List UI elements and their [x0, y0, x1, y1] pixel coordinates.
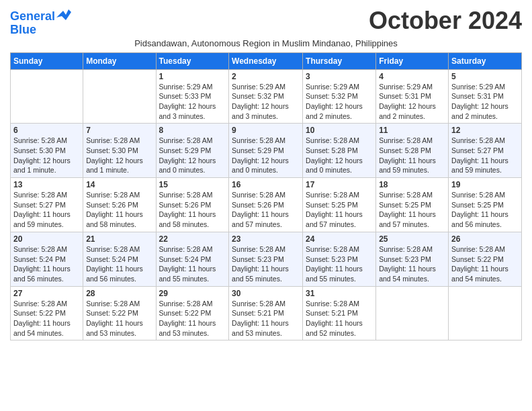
day-number: 31: [306, 289, 373, 298]
calendar-header-friday: Friday: [376, 52, 449, 69]
calendar-cell: 15Sunrise: 5:28 AM Sunset: 5:26 PM Dayli…: [156, 178, 229, 232]
day-number: 3: [306, 72, 373, 81]
day-number: 2: [232, 72, 300, 81]
day-number: 9: [232, 126, 300, 135]
day-info: Sunrise: 5:28 AM Sunset: 5:25 PM Dayligh…: [379, 190, 445, 230]
day-info: Sunrise: 5:28 AM Sunset: 5:29 PM Dayligh…: [232, 136, 300, 175]
day-number: 24: [306, 234, 373, 244]
calendar-cell: [449, 286, 522, 340]
day-number: 8: [159, 126, 226, 135]
calendar-cell: [83, 69, 156, 124]
day-number: 10: [306, 126, 373, 135]
logo-general: General: [10, 9, 55, 23]
calendar-cell: 30Sunrise: 5:28 AM Sunset: 5:21 PM Dayli…: [229, 286, 303, 340]
calendar-cell: 6Sunrise: 5:28 AM Sunset: 5:30 PM Daylig…: [11, 124, 83, 178]
calendar-cell: 8Sunrise: 5:28 AM Sunset: 5:29 PM Daylig…: [156, 124, 229, 178]
logo: General Blue: [10, 9, 71, 37]
day-number: 7: [86, 126, 152, 135]
day-info: Sunrise: 5:29 AM Sunset: 5:31 PM Dayligh…: [451, 82, 519, 122]
calendar-cell: 16Sunrise: 5:28 AM Sunset: 5:26 PM Dayli…: [229, 178, 303, 232]
day-number: 28: [86, 289, 152, 298]
day-number: 26: [451, 234, 519, 244]
day-info: Sunrise: 5:28 AM Sunset: 5:30 PM Dayligh…: [13, 136, 80, 175]
day-info: Sunrise: 5:29 AM Sunset: 5:33 PM Dayligh…: [159, 82, 226, 122]
day-info: Sunrise: 5:28 AM Sunset: 5:22 PM Dayligh…: [159, 299, 226, 338]
calendar-cell: [376, 286, 449, 340]
day-number: 6: [13, 126, 80, 135]
calendar-cell: 19Sunrise: 5:28 AM Sunset: 5:25 PM Dayli…: [449, 178, 522, 232]
calendar-cell: 26Sunrise: 5:28 AM Sunset: 5:22 PM Dayli…: [449, 232, 522, 286]
day-info: Sunrise: 5:28 AM Sunset: 5:21 PM Dayligh…: [306, 299, 373, 338]
day-number: 17: [306, 180, 373, 189]
calendar-cell: 1Sunrise: 5:29 AM Sunset: 5:33 PM Daylig…: [156, 69, 229, 124]
calendar-cell: 18Sunrise: 5:28 AM Sunset: 5:25 PM Dayli…: [376, 178, 449, 232]
calendar-header-wednesday: Wednesday: [229, 52, 303, 69]
day-info: Sunrise: 5:29 AM Sunset: 5:32 PM Dayligh…: [232, 82, 300, 122]
day-info: Sunrise: 5:28 AM Sunset: 5:30 PM Dayligh…: [86, 136, 152, 175]
calendar-cell: 29Sunrise: 5:28 AM Sunset: 5:22 PM Dayli…: [156, 286, 229, 340]
calendar-header-saturday: Saturday: [449, 52, 522, 69]
day-info: Sunrise: 5:28 AM Sunset: 5:23 PM Dayligh…: [232, 244, 300, 284]
day-info: Sunrise: 5:28 AM Sunset: 5:22 PM Dayligh…: [13, 299, 80, 338]
day-number: 15: [159, 180, 226, 189]
calendar-cell: 22Sunrise: 5:28 AM Sunset: 5:24 PM Dayli…: [156, 232, 229, 286]
calendar-cell: 10Sunrise: 5:28 AM Sunset: 5:28 PM Dayli…: [303, 124, 376, 178]
calendar-week-5: 27Sunrise: 5:28 AM Sunset: 5:22 PM Dayli…: [11, 286, 522, 340]
day-number: 21: [86, 234, 152, 244]
calendar-week-1: 1Sunrise: 5:29 AM Sunset: 5:33 PM Daylig…: [11, 69, 522, 124]
day-info: Sunrise: 5:28 AM Sunset: 5:27 PM Dayligh…: [451, 136, 519, 175]
day-info: Sunrise: 5:28 AM Sunset: 5:22 PM Dayligh…: [86, 299, 152, 338]
day-number: 11: [379, 126, 445, 135]
day-info: Sunrise: 5:28 AM Sunset: 5:26 PM Dayligh…: [86, 190, 152, 230]
calendar-week-2: 6Sunrise: 5:28 AM Sunset: 5:30 PM Daylig…: [11, 124, 522, 178]
day-info: Sunrise: 5:28 AM Sunset: 5:28 PM Dayligh…: [306, 136, 373, 175]
day-number: 23: [232, 234, 300, 244]
day-number: 22: [159, 234, 226, 244]
calendar-cell: 9Sunrise: 5:28 AM Sunset: 5:29 PM Daylig…: [229, 124, 303, 178]
calendar-cell: 28Sunrise: 5:28 AM Sunset: 5:22 PM Dayli…: [83, 286, 156, 340]
day-info: Sunrise: 5:28 AM Sunset: 5:28 PM Dayligh…: [379, 136, 445, 175]
day-number: 27: [13, 289, 80, 298]
subtitle: Pidsandawan, Autonomous Region in Muslim…: [10, 38, 522, 48]
day-number: 18: [379, 180, 445, 189]
calendar-cell: 11Sunrise: 5:28 AM Sunset: 5:28 PM Dayli…: [376, 124, 449, 178]
day-info: Sunrise: 5:28 AM Sunset: 5:23 PM Dayligh…: [379, 244, 445, 284]
day-info: Sunrise: 5:28 AM Sunset: 5:22 PM Dayligh…: [451, 244, 519, 284]
calendar-cell: [11, 69, 83, 124]
day-info: Sunrise: 5:28 AM Sunset: 5:24 PM Dayligh…: [13, 244, 80, 284]
day-info: Sunrise: 5:28 AM Sunset: 5:25 PM Dayligh…: [451, 190, 519, 230]
day-info: Sunrise: 5:28 AM Sunset: 5:23 PM Dayligh…: [306, 244, 373, 284]
day-number: 14: [86, 180, 152, 189]
day-info: Sunrise: 5:29 AM Sunset: 5:31 PM Dayligh…: [379, 82, 445, 122]
day-number: 25: [379, 234, 445, 244]
calendar-cell: 5Sunrise: 5:29 AM Sunset: 5:31 PM Daylig…: [449, 69, 522, 124]
svg-marker-0: [56, 9, 71, 20]
calendar-cell: 21Sunrise: 5:28 AM Sunset: 5:24 PM Dayli…: [83, 232, 156, 286]
day-info: Sunrise: 5:28 AM Sunset: 5:24 PM Dayligh…: [86, 244, 152, 284]
day-number: 30: [232, 289, 300, 298]
day-info: Sunrise: 5:28 AM Sunset: 5:26 PM Dayligh…: [232, 190, 300, 230]
calendar-header-sunday: Sunday: [11, 52, 83, 69]
calendar-header-thursday: Thursday: [303, 52, 376, 69]
day-number: 13: [13, 180, 80, 189]
calendar-week-3: 13Sunrise: 5:28 AM Sunset: 5:27 PM Dayli…: [11, 178, 522, 232]
day-number: 12: [451, 126, 519, 135]
day-number: 5: [451, 72, 519, 81]
day-number: 20: [13, 234, 80, 244]
day-info: Sunrise: 5:28 AM Sunset: 5:24 PM Dayligh…: [159, 244, 226, 284]
calendar-header-monday: Monday: [83, 52, 156, 69]
calendar-cell: 2Sunrise: 5:29 AM Sunset: 5:32 PM Daylig…: [229, 69, 303, 124]
day-number: 1: [159, 72, 226, 81]
day-number: 19: [451, 180, 519, 189]
month-title: October 2024: [369, 7, 522, 35]
calendar-cell: 7Sunrise: 5:28 AM Sunset: 5:30 PM Daylig…: [83, 124, 156, 178]
day-info: Sunrise: 5:28 AM Sunset: 5:25 PM Dayligh…: [306, 190, 373, 230]
calendar-cell: 3Sunrise: 5:29 AM Sunset: 5:32 PM Daylig…: [303, 69, 376, 124]
header: General Blue October 2024: [10, 7, 522, 37]
calendar-cell: 27Sunrise: 5:28 AM Sunset: 5:22 PM Dayli…: [11, 286, 83, 340]
calendar-cell: 20Sunrise: 5:28 AM Sunset: 5:24 PM Dayli…: [11, 232, 83, 286]
calendar-table: SundayMondayTuesdayWednesdayThursdayFrid…: [10, 52, 522, 341]
day-info: Sunrise: 5:28 AM Sunset: 5:27 PM Dayligh…: [13, 190, 80, 230]
calendar-cell: 24Sunrise: 5:28 AM Sunset: 5:23 PM Dayli…: [303, 232, 376, 286]
day-number: 16: [232, 180, 300, 189]
